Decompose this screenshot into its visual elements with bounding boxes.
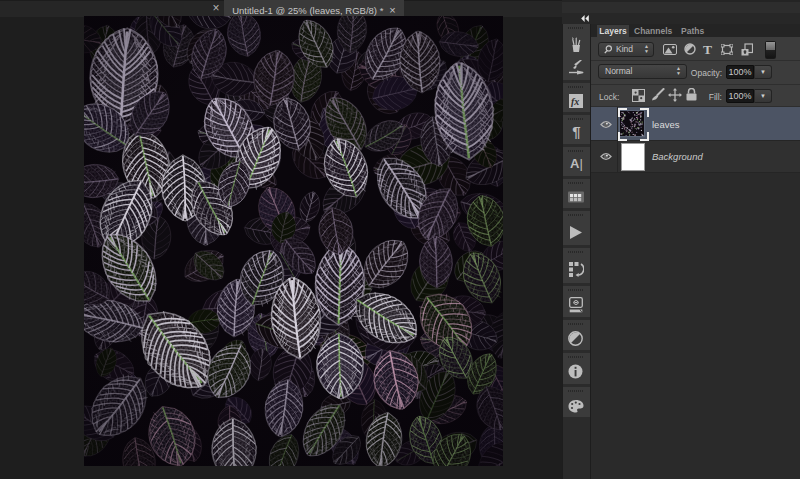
svg-text:fx: fx (571, 96, 579, 107)
